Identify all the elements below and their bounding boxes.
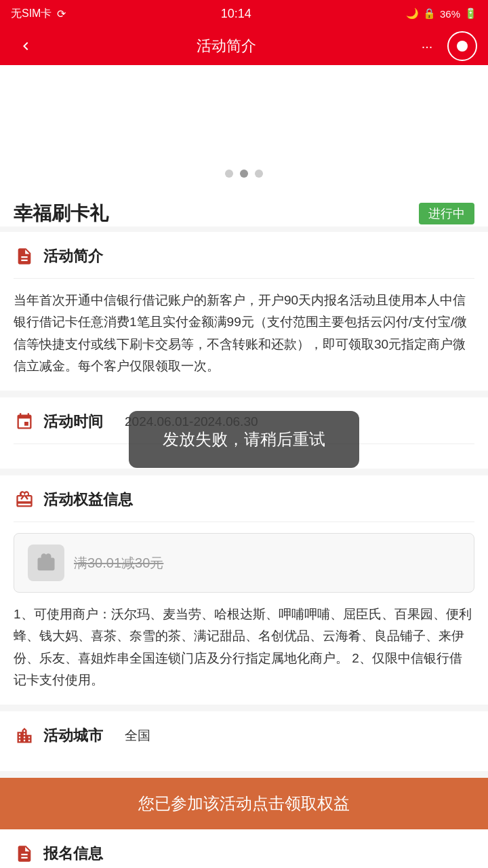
dot-2[interactable]	[240, 170, 248, 178]
city-section: 活动城市 全国	[0, 711, 488, 771]
intro-icon	[14, 245, 35, 267]
dot-3[interactable]	[255, 170, 263, 178]
moon-icon: 🌙	[406, 7, 419, 20]
benefit-section: 活动权益信息 满30.01减30元 1、可使用商户：沃尔玛、麦当劳、哈根达斯、呷…	[0, 475, 488, 705]
intro-title: 活动简介	[43, 246, 103, 267]
nav-actions: ···	[412, 31, 477, 61]
intro-body: 当年首次开通中信银行借记账户的新客户，开户90天内报名活动且使用本人中信银行借记…	[14, 290, 474, 377]
record-icon	[457, 41, 468, 52]
battery-text: 36%	[440, 8, 460, 20]
more-section-title: 报名信息	[43, 844, 103, 864]
city-header: 活动城市 全国	[14, 725, 474, 757]
status-left: 无SIM卡 ⟳	[11, 7, 66, 21]
benefit-icon	[14, 489, 35, 511]
banner-dots	[225, 170, 263, 178]
toast-message: 发放失败，请稍后重试	[163, 430, 325, 448]
claim-button[interactable]: 您已参加该活动点击领取权益	[0, 778, 488, 829]
title-row: 幸福刷卡礼 进行中	[14, 201, 474, 226]
status-right: 🌙 🔒 36% 🔋	[406, 7, 477, 20]
city-value: 全国	[125, 727, 150, 745]
status-badge: 进行中	[419, 203, 474, 224]
back-icon	[18, 38, 34, 54]
more-section: 报名信息	[0, 829, 488, 868]
sim-status: 无SIM卡	[11, 7, 52, 21]
benefit-card-text: 满30.01减30元	[74, 554, 163, 572]
intro-section: 活动简介 当年首次开通中信银行借记账户的新客户，开户90天内报名活动且使用本人中…	[0, 232, 488, 391]
status-bar: 无SIM卡 ⟳ 10:14 🌙 🔒 36% 🔋	[0, 0, 488, 27]
nav-bar: 活动简介 ···	[0, 27, 488, 65]
record-button[interactable]	[447, 31, 477, 61]
benefit-card-icon	[28, 545, 64, 581]
benefit-title: 活动权益信息	[43, 490, 133, 510]
dot-1[interactable]	[225, 170, 233, 178]
wifi-icon: ⟳	[57, 7, 66, 20]
time-title: 活动时间	[43, 412, 103, 432]
more-button[interactable]: ···	[412, 31, 442, 61]
battery-icon: 🔋	[464, 7, 477, 20]
intro-header: 活动简介	[14, 245, 474, 279]
benefit-description: 1、可使用商户：沃尔玛、麦当劳、哈根达斯、呷哺呷哺、屈臣氏、百果园、便利蜂、钱大…	[14, 604, 474, 691]
activity-title: 幸福刷卡礼	[14, 201, 108, 226]
city-title: 活动城市	[43, 726, 103, 746]
claim-button-label: 您已参加该活动点击领取权益	[138, 794, 350, 812]
city-icon	[14, 725, 35, 747]
benefit-header: 活动权益信息	[14, 489, 474, 522]
activity-header: 幸福刷卡礼 进行中	[0, 187, 488, 226]
status-time: 10:14	[221, 7, 251, 21]
lock-icon: 🔒	[423, 7, 436, 20]
back-button[interactable]	[11, 31, 41, 61]
nav-title: 活动简介	[197, 36, 256, 56]
benefit-card: 满30.01减30元	[14, 533, 474, 593]
toast-box: 发放失败，请稍后重试	[129, 411, 359, 468]
more-section-icon	[14, 843, 35, 865]
banner-area	[0, 65, 488, 187]
time-icon	[14, 411, 35, 433]
